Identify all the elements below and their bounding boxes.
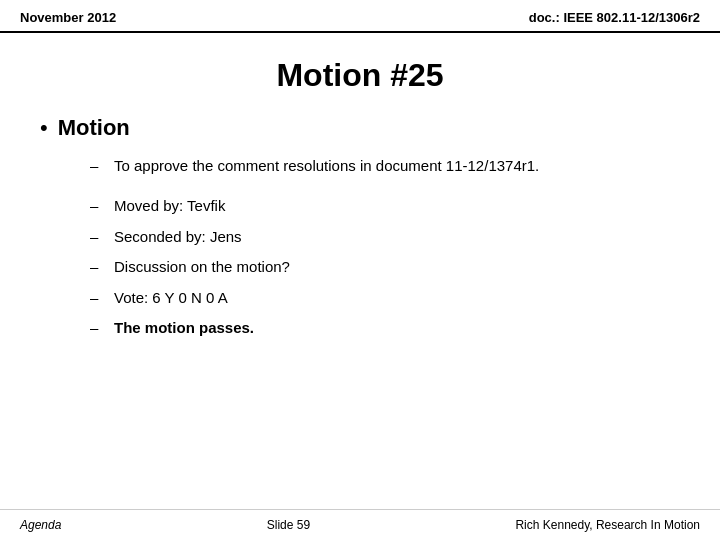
header-doc: doc.: IEEE 802.11-12/1306r2 [529,10,700,25]
main-bullet: • Motion [40,114,680,143]
footer-bar: Agenda Slide 59 Rich Kennedy, Research I… [0,509,720,540]
header-bar: November 2012 doc.: IEEE 802.11-12/1306r… [0,0,720,33]
sub-text-2: Moved by: Tevfik [114,195,225,218]
sub-dash-0: – [90,155,104,178]
sub-text-0: To approve the comment resolutions in do… [114,155,539,178]
main-bullet-text: Motion [58,114,130,143]
sub-bullet-3: – Seconded by: Jens [90,226,680,249]
sub-bullet-5: – Vote: 6 Y 0 N 0 A [90,287,680,310]
sub-dash-2: – [90,195,104,218]
slide-container: November 2012 doc.: IEEE 802.11-12/1306r… [0,0,720,540]
sub-bullet-0: – To approve the comment resolutions in … [90,155,680,178]
footer-slide: Slide 59 [267,518,310,532]
spacer [90,185,680,195]
slide-title: Motion #25 [0,57,720,94]
content-area: • Motion – To approve the comment resolu… [0,114,720,340]
sub-bullet-4: – Discussion on the motion? [90,256,680,279]
bullet-dot: • [40,114,48,143]
sub-dash-6: – [90,317,104,340]
sub-bullet-2: – Moved by: Tevfik [90,195,680,218]
sub-text-4: Discussion on the motion? [114,256,290,279]
sub-bullet-6: – The motion passes. [90,317,680,340]
sub-bullets-list: – To approve the comment resolutions in … [90,155,680,340]
footer-author: Rich Kennedy, Research In Motion [515,518,700,532]
sub-text-6: The motion passes. [114,317,254,340]
sub-text-5: Vote: 6 Y 0 N 0 A [114,287,228,310]
sub-dash-3: – [90,226,104,249]
sub-text-3: Seconded by: Jens [114,226,242,249]
footer-agenda: Agenda [20,518,61,532]
header-date: November 2012 [20,10,116,25]
sub-dash-5: – [90,287,104,310]
sub-dash-4: – [90,256,104,279]
